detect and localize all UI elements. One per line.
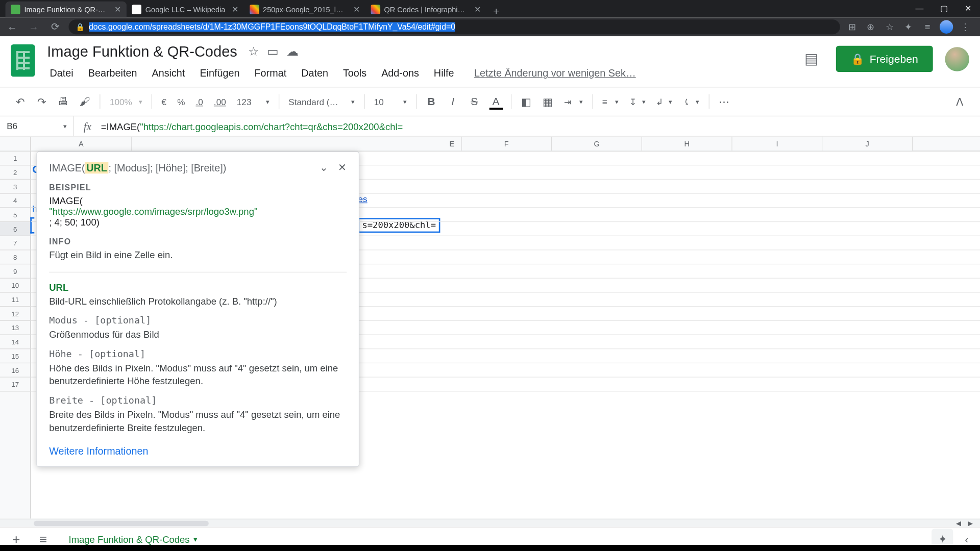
menu-ansicht[interactable]: Ansicht xyxy=(145,65,191,82)
back-button[interactable]: ← xyxy=(4,19,20,35)
print-button[interactable]: 🖶 xyxy=(54,92,72,111)
browser-tab-1[interactable]: Google LLC – Wikipedia ✕ xyxy=(127,2,244,18)
collapse-help-icon[interactable]: ⌄ xyxy=(320,161,328,173)
chevron-down-icon[interactable]: ▾ xyxy=(193,535,198,543)
doc-title[interactable]: Image Funktion & QR-Codes xyxy=(43,42,241,62)
last-edit-link[interactable]: Letzte Änderung vor wenigen Sek… xyxy=(474,65,636,82)
close-icon[interactable]: ✕ xyxy=(474,5,481,14)
row-header-17[interactable]: 17 xyxy=(0,378,30,392)
collapse-toolbar-button[interactable]: ᐱ xyxy=(950,92,969,111)
menu-icon[interactable]: ⋮ xyxy=(959,20,972,34)
new-tab-button[interactable]: + xyxy=(486,6,506,18)
help-more-link[interactable]: Weitere Informationen xyxy=(49,445,347,457)
account-avatar[interactable] xyxy=(945,47,969,71)
name-box[interactable]: B6▾ xyxy=(0,116,74,136)
menu-datei[interactable]: Datei xyxy=(43,65,80,82)
halign-button[interactable]: ≡▾ xyxy=(598,92,622,111)
menu-format[interactable]: Format xyxy=(248,65,293,82)
col-header-a[interactable]: A xyxy=(31,137,132,151)
select-all-corner[interactable] xyxy=(0,137,31,151)
number-format-select[interactable]: 123▾ xyxy=(233,92,273,111)
row-header-9[interactable]: 9 xyxy=(0,264,30,279)
col-header-f[interactable]: F xyxy=(462,137,552,151)
share-button[interactable]: 🔒 Freigeben xyxy=(836,46,933,72)
wrap-button[interactable]: ↲▾ xyxy=(652,92,676,111)
maximize-button[interactable]: ▢ xyxy=(932,0,955,17)
row-header-6[interactable]: 6 xyxy=(0,222,30,236)
row-header-15[interactable]: 15 xyxy=(0,349,30,363)
window-close-button[interactable]: ✕ xyxy=(956,0,980,17)
col-header-g[interactable]: G xyxy=(552,137,642,151)
sheets-logo[interactable] xyxy=(11,44,35,77)
menu-addons[interactable]: Add-ons xyxy=(375,65,426,82)
close-icon[interactable]: ✕ xyxy=(114,5,121,14)
star-icon[interactable]: ☆ xyxy=(883,20,896,34)
col-header-i[interactable]: I xyxy=(732,137,823,151)
row-header-14[interactable]: 14 xyxy=(0,335,30,349)
font-select[interactable]: Standard (…▾ xyxy=(284,92,358,111)
star-icon[interactable]: ☆ xyxy=(248,44,259,59)
more-toolbar-button[interactable]: ⋯ xyxy=(715,92,733,111)
percent-button[interactable]: % xyxy=(173,92,189,111)
omnibox[interactable]: 🔒 docs.google.com/spreadsheets/d/1M-1z30… xyxy=(69,19,840,34)
menu-tools[interactable]: Tools xyxy=(336,65,374,82)
profile-avatar[interactable] xyxy=(940,20,953,34)
horizontal-scrollbar[interactable]: ◀ ▶ xyxy=(0,519,980,527)
formula-input[interactable]: =IMAGE("https://chart.googleapis.com/cha… xyxy=(101,121,980,132)
browser-tab-3[interactable]: QR Codes | Infographics | Goo ✕ xyxy=(365,2,486,18)
fill-color-button[interactable]: ◧ xyxy=(517,92,535,111)
row-header-2[interactable]: 2 xyxy=(0,165,30,180)
row-header-10[interactable]: 10 xyxy=(0,279,30,293)
row-header-8[interactable]: 8 xyxy=(0,251,30,265)
text-color-button[interactable]: A xyxy=(486,92,505,111)
zoom-select[interactable]: 100%▾ xyxy=(106,92,146,111)
move-icon[interactable]: ▭ xyxy=(267,44,278,59)
spreadsheet-grid[interactable]: A E F G H I J 1234567891011121314151617 … xyxy=(0,137,980,519)
increase-decimal-button[interactable]: .00 xyxy=(210,92,230,111)
menu-einfuegen[interactable]: Einfügen xyxy=(193,65,246,82)
font-size-select[interactable]: 10▾ xyxy=(370,92,410,111)
reading-list-icon[interactable]: ≡ xyxy=(921,20,934,34)
comments-icon[interactable]: ▤ xyxy=(800,47,824,71)
install-icon[interactable]: ⊞ xyxy=(845,20,859,34)
row-header-11[interactable]: 11 xyxy=(0,293,30,307)
bold-button[interactable]: B xyxy=(422,92,440,111)
undo-button[interactable]: ↶ xyxy=(11,92,30,111)
extensions-icon[interactable]: ✦ xyxy=(902,20,915,34)
row-header-1[interactable]: 1 xyxy=(0,152,30,166)
rotate-button[interactable]: ⤹▾ xyxy=(679,92,703,111)
valign-button[interactable]: ↧▾ xyxy=(625,92,649,111)
browser-tab-2[interactable]: 250px-Google_2015_logo.svg.pn ✕ xyxy=(244,2,365,18)
redo-button[interactable]: ↷ xyxy=(32,92,51,111)
close-icon[interactable]: ✕ xyxy=(353,5,360,14)
forward-button[interactable]: → xyxy=(26,19,42,35)
reload-button[interactable]: ⟳ xyxy=(47,19,63,35)
scroll-right-icon[interactable]: ▶ xyxy=(968,519,973,527)
row-header-12[interactable]: 12 xyxy=(0,307,30,321)
col-header-h[interactable]: H xyxy=(642,137,732,151)
row-header-4[interactable]: 4 xyxy=(0,194,30,208)
side-panel-toggle[interactable]: ‹ xyxy=(959,533,975,545)
borders-button[interactable]: ▦ xyxy=(538,92,557,111)
strike-button[interactable]: S xyxy=(465,92,484,111)
col-header-j[interactable]: J xyxy=(822,137,913,151)
decrease-decimal-button[interactable]: .0 xyxy=(192,92,207,111)
row-header-16[interactable]: 16 xyxy=(0,363,30,378)
close-help-icon[interactable]: ✕ xyxy=(338,161,347,173)
currency-button[interactable]: € xyxy=(158,92,170,111)
close-icon[interactable]: ✕ xyxy=(232,5,238,14)
row-header-3[interactable]: 3 xyxy=(0,180,30,194)
menu-bearbeiten[interactable]: Bearbeiten xyxy=(82,65,144,82)
scroll-left-icon[interactable]: ◀ xyxy=(956,519,962,527)
cloud-icon[interactable]: ☁ xyxy=(286,44,299,59)
zoom-icon[interactable]: ⊕ xyxy=(864,20,877,34)
scrollbar-thumb[interactable] xyxy=(34,520,209,526)
italic-button[interactable]: I xyxy=(444,92,462,111)
menu-hilfe[interactable]: Hilfe xyxy=(427,65,461,82)
menu-daten[interactable]: Daten xyxy=(295,65,335,82)
col-header-hidden[interactable]: E xyxy=(132,137,461,151)
browser-tab-0[interactable]: Image Funktion & QR-Codes - G ✕ xyxy=(6,2,127,18)
paint-format-button[interactable]: 🖌 xyxy=(76,92,94,111)
row-header-13[interactable]: 13 xyxy=(0,321,30,335)
row-header-5[interactable]: 5 xyxy=(0,208,30,222)
